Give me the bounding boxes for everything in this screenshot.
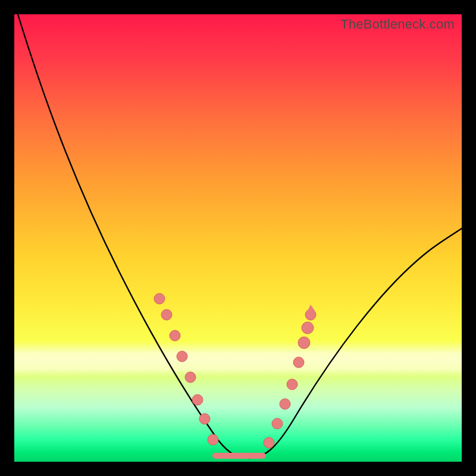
bottleneck-curve [18,14,462,458]
svg-point-8 [264,437,274,448]
markers-right [264,309,316,448]
svg-point-13 [298,337,310,349]
svg-point-1 [161,309,172,320]
svg-point-0 [154,293,165,304]
svg-point-5 [192,394,203,405]
svg-point-9 [272,418,283,429]
svg-point-7 [208,434,218,445]
curve-svg [14,14,462,462]
chart-area: TheBottleneck.com [14,14,462,462]
svg-point-3 [177,351,187,362]
svg-point-6 [199,414,210,424]
svg-point-11 [287,379,298,390]
svg-point-2 [170,330,180,341]
svg-point-10 [280,399,290,409]
svg-point-4 [185,372,196,383]
svg-point-12 [293,357,304,368]
svg-point-14 [302,322,314,334]
markers-left [154,293,218,445]
